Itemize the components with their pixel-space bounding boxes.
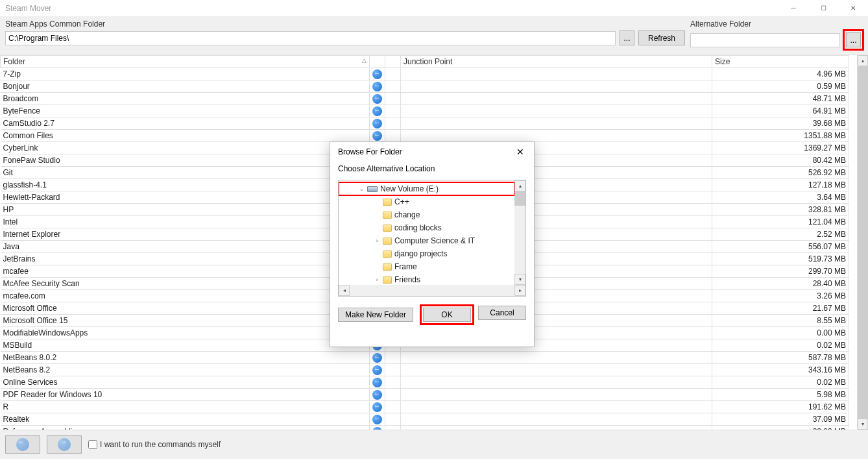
folder-name-cell: mcafee.com: [1, 290, 370, 302]
table-row[interactable]: R191.62 MB: [1, 401, 849, 413]
arrow-left-icon: [372, 365, 382, 375]
expander-icon[interactable]: ›: [374, 238, 380, 244]
move-icon-cell[interactable]: [370, 105, 385, 117]
refresh-button[interactable]: Refresh: [638, 31, 685, 45]
tree-vertical-scrollbar[interactable]: ▴ ▾: [514, 180, 525, 285]
expander-icon[interactable]: ›: [374, 276, 380, 283]
table-row[interactable]: Bonjour0.59 MB: [1, 80, 849, 93]
arrow-right-icon: [58, 438, 71, 451]
move-icon-cell[interactable]: [370, 68, 385, 80]
make-new-folder-button[interactable]: Make New Folder: [338, 308, 413, 322]
tree-scroll-down[interactable]: ▾: [514, 274, 525, 285]
move-icon-cell[interactable]: [370, 117, 385, 130]
move-left-button[interactable]: [5, 435, 40, 454]
folder-name-cell: Intel: [1, 216, 370, 228]
scroll-down-button[interactable]: ▾: [858, 419, 868, 430]
tree-scroll-up[interactable]: ▴: [514, 180, 525, 191]
maximize-button[interactable]: ☐: [808, 0, 838, 17]
tree-item[interactable]: Frame: [339, 260, 514, 273]
move-icon-cell[interactable]: [370, 80, 385, 93]
alt-path-input[interactable]: [690, 33, 840, 47]
tree-item[interactable]: change: [339, 208, 514, 221]
junction-cell: [401, 80, 712, 93]
table-row[interactable]: Reference Assemblies33.03 MB: [1, 426, 849, 430]
dialog-button-row: Make New Folder OK Cancel: [330, 297, 534, 324]
ok-button[interactable]: OK: [423, 308, 471, 322]
move-right-button[interactable]: [47, 435, 82, 454]
tree-scroll-right[interactable]: ▸: [514, 285, 525, 296]
arrow-left-icon: [372, 353, 382, 363]
folder-icon: [383, 276, 392, 284]
col-junction[interactable]: Junction Point: [401, 56, 712, 68]
folder-name-cell: MSBuild: [1, 339, 370, 352]
spacer-cell: [385, 352, 401, 364]
tree-item[interactable]: django projects: [339, 247, 514, 260]
move-icon-cell[interactable]: [370, 130, 385, 142]
size-cell: 343.16 MB: [712, 364, 849, 376]
table-row[interactable]: NetBeans 8.2343.16 MB: [1, 364, 849, 376]
col-size[interactable]: Size: [712, 56, 849, 68]
move-icon-cell[interactable]: [370, 426, 385, 430]
spacer-cell: [385, 389, 401, 401]
expander-icon[interactable]: ⌵: [358, 186, 365, 192]
close-button[interactable]: ✕: [838, 0, 868, 17]
tree-item-label: New Volume (E:): [380, 184, 439, 193]
move-icon-cell[interactable]: [370, 376, 385, 389]
folder-icon: [383, 250, 392, 258]
dialog-close-button[interactable]: ✕: [511, 144, 530, 160]
window-title: Steam Mover: [5, 4, 51, 13]
tree-item-label: django projects: [394, 249, 447, 258]
folder-name-cell: Realtek: [1, 413, 370, 426]
size-cell: 1351.88 MB: [712, 130, 849, 142]
spacer-cell: [385, 413, 401, 426]
table-row[interactable]: Common Files1351.88 MB: [1, 130, 849, 142]
manual-run-checkbox[interactable]: [88, 440, 97, 449]
move-icon-cell[interactable]: [370, 401, 385, 413]
tree-horizontal-scrollbar[interactable]: ◂ ▸: [339, 285, 525, 296]
source-path-input[interactable]: [5, 31, 616, 45]
folder-tree: ⌵New Volume (E:)C++changecoding blocks›C…: [338, 180, 526, 297]
table-row[interactable]: NetBeans 8.0.2587.78 MB: [1, 352, 849, 364]
size-cell: 1369.27 MB: [712, 142, 849, 154]
tree-item[interactable]: ›Friends: [339, 273, 514, 285]
col-move-1[interactable]: [370, 56, 385, 68]
tree-item-label: C++: [394, 197, 409, 206]
tree-item[interactable]: ›Computer Science & IT: [339, 234, 514, 247]
move-icon-cell[interactable]: [370, 352, 385, 364]
manual-run-checkbox-row[interactable]: I want to run the commands myself: [88, 440, 221, 449]
table-row[interactable]: CamStudio 2.739.68 MB: [1, 117, 849, 130]
minimize-button[interactable]: ─: [778, 0, 808, 17]
alt-browse-button[interactable]: ...: [846, 32, 861, 47]
tree-item-label: coding blocks: [394, 223, 442, 232]
spacer-cell: [385, 401, 401, 413]
folder-name-cell: Broadcom: [1, 93, 370, 105]
table-row[interactable]: Online Services0.02 MB: [1, 376, 849, 389]
tree-item[interactable]: coding blocks: [339, 221, 514, 234]
move-icon-cell[interactable]: [370, 413, 385, 426]
folder-name-cell: Internet Explorer: [1, 228, 370, 241]
table-row[interactable]: ByteFence64.91 MB: [1, 105, 849, 117]
spacer-cell: [385, 130, 401, 142]
col-folder[interactable]: Folder △: [1, 56, 370, 68]
tree-item[interactable]: C++: [339, 195, 514, 208]
spacer-cell: [385, 376, 401, 389]
cancel-button[interactable]: Cancel: [478, 306, 526, 320]
table-row[interactable]: Broadcom48.71 MB: [1, 93, 849, 105]
source-browse-button[interactable]: ...: [620, 31, 634, 45]
scroll-up-button[interactable]: ▴: [858, 55, 868, 66]
tree-scroll-left[interactable]: ◂: [339, 285, 350, 296]
tree-item[interactable]: ⌵New Volume (E:): [339, 182, 514, 195]
table-row[interactable]: PDF Reader for Windows 105.98 MB: [1, 389, 849, 401]
vertical-scrollbar[interactable]: ▴ ▾: [857, 55, 868, 430]
size-cell: 328.81 MB: [712, 204, 849, 216]
move-icon-cell[interactable]: [370, 389, 385, 401]
col-move-2[interactable]: [385, 56, 401, 68]
tree-item-label: Frame: [394, 262, 417, 271]
scroll-thumb[interactable]: [858, 66, 868, 419]
table-row[interactable]: 7-Zip4.96 MB: [1, 68, 849, 80]
move-icon-cell[interactable]: [370, 364, 385, 376]
folder-name-cell: CyberLink: [1, 142, 370, 154]
table-row[interactable]: Realtek37.09 MB: [1, 413, 849, 426]
move-icon-cell[interactable]: [370, 93, 385, 105]
tree-scroll-thumb[interactable]: [514, 191, 525, 206]
